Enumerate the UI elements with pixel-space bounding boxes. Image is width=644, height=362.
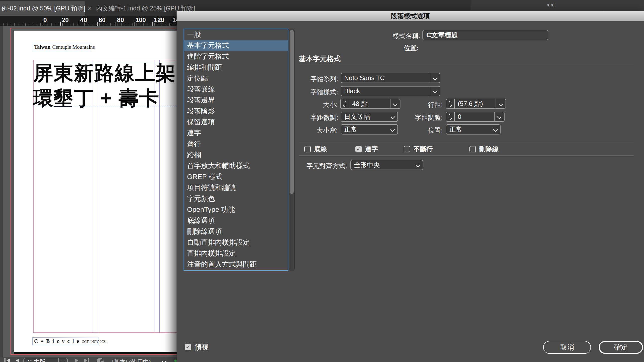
- headline-text[interactable]: 屏東新路線上架 環墾丁 + 壽卡: [33, 60, 178, 111]
- section-title: 基本字元格式: [299, 54, 341, 64]
- sidebar-item[interactable]: 段落陰影: [184, 106, 288, 117]
- kerning-dropdown[interactable]: 日文等幅: [341, 112, 398, 122]
- strikethrough-checkbox[interactable]: ✓ 刪除線: [470, 145, 498, 153]
- strikethrough-label: 刪除線: [479, 145, 498, 153]
- leading-value: (57.6 點): [455, 99, 496, 108]
- headline-frame-bottom-edge: [33, 107, 176, 107]
- case-dropdown[interactable]: 正常: [341, 124, 398, 135]
- page-edge-shadow: [164, 30, 176, 352]
- footer-text-frame[interactable]: C ∘ B i c y c l e OCT / NOV 2021: [32, 337, 98, 345]
- sidebar-item[interactable]: 項目符號和編號: [184, 182, 288, 193]
- section-divider: [299, 65, 634, 65]
- ruler-major-tick: [134, 22, 134, 26]
- chevron-down-icon: [490, 125, 500, 134]
- margin-guide-bottom: [33, 332, 176, 333]
- ligatures-label: 連字: [365, 145, 378, 153]
- sidebar-item[interactable]: 字元顏色: [184, 193, 288, 204]
- ok-button[interactable]: 確定: [599, 341, 643, 354]
- no-break-label: 不斷行: [414, 145, 433, 153]
- chevron-down-icon: [413, 160, 422, 170]
- sidebar-item[interactable]: 一般: [184, 29, 288, 40]
- stepper-icon[interactable]: [446, 99, 455, 108]
- no-break-checkbox[interactable]: ✓ 不斷行: [404, 145, 433, 153]
- sidebar-item[interactable]: 保留選項: [184, 117, 288, 128]
- margin-guide-top: [33, 60, 176, 60]
- ruler-tick-label: 20: [62, 16, 69, 24]
- sidebar-item[interactable]: 注音的置入方式與間距: [184, 259, 288, 270]
- style-options-list: 一般基本字元格式進階字元格式縮排和間距定位點段落嵌線段落邊界段落陰影保留選項連字…: [184, 29, 288, 271]
- sidebar-item[interactable]: 自動直排內橫排設定: [184, 237, 288, 248]
- position-dropdown[interactable]: 正常: [446, 124, 500, 135]
- sidebar-item[interactable]: 底線選項: [184, 215, 288, 226]
- sidebar-item[interactable]: 齊行: [184, 139, 288, 150]
- last-page-button[interactable]: [84, 358, 91, 362]
- sidebar-item[interactable]: 基本字元格式: [184, 40, 288, 51]
- font-family-dropdown[interactable]: Noto Sans TC: [341, 73, 440, 83]
- ruler-tick-label: 0: [43, 16, 47, 24]
- sidebar-item[interactable]: 跨欄: [184, 150, 288, 160]
- sidebar-item[interactable]: 首字放大和輔助樣式: [184, 160, 288, 171]
- case-value: 正常: [341, 125, 388, 134]
- leading-label: 行距:: [398, 100, 443, 109]
- sidebar-item[interactable]: 連字: [184, 128, 288, 139]
- sidebar-item[interactable]: 定位點: [184, 73, 288, 84]
- stepper-icon[interactable]: [341, 99, 349, 108]
- ligatures-checkbox[interactable]: ✓ 連字: [355, 145, 378, 153]
- chevron-down-icon[interactable]: [162, 359, 166, 362]
- next-page-button[interactable]: [74, 358, 80, 362]
- ruler-major-tick: [97, 22, 98, 26]
- cancel-button-label: 取消: [560, 343, 574, 352]
- sidebar-item[interactable]: 段落嵌線: [184, 84, 288, 95]
- char-align-value: 全形中央: [351, 161, 413, 169]
- first-page-button[interactable]: [4, 358, 11, 362]
- previous-page-button[interactable]: [15, 358, 22, 362]
- underline-checkbox[interactable]: ✓ 底線: [304, 145, 327, 153]
- sidebar-item[interactable]: GREP 樣式: [184, 171, 288, 182]
- char-align-dropdown[interactable]: 全形中央: [350, 160, 423, 170]
- kicker-text-frame[interactable]: Taiwan Centuple Mountains: [32, 43, 90, 51]
- sidebar-item[interactable]: 進階字元格式: [184, 51, 288, 62]
- tab-document-active[interactable]: 例-02.indd @ 50% [GPU 預覽]: [0, 1, 85, 16]
- cancel-button[interactable]: 取消: [543, 341, 591, 354]
- indesign-app: 例-02.indd @ 50% [GPU 預覽] × 內文編輯-1.indd @…: [0, 0, 644, 362]
- style-name-input[interactable]: [422, 30, 548, 40]
- collapse-panels-icon[interactable]: <<: [547, 1, 555, 8]
- sidebar-item[interactable]: 刪除線選項: [184, 226, 288, 237]
- ruler-major-tick: [116, 22, 116, 26]
- underline-label: 底線: [314, 145, 327, 153]
- leading-combobox[interactable]: (57.6 點): [446, 99, 506, 109]
- headline-line-1: 屏東新路線上架: [33, 60, 178, 86]
- kerning-label: 字距微調:: [286, 113, 338, 122]
- footer-issue-text: OCT / NOV 2021: [82, 340, 106, 344]
- kicker-text: Centuple Mountains: [52, 44, 95, 50]
- sidebar-item[interactable]: OpenType 功能: [184, 204, 288, 215]
- dialog-title-bar[interactable]: 段落樣式選項: [176, 11, 644, 21]
- stepper-icon[interactable]: [446, 112, 455, 121]
- position-value: 正常: [446, 125, 490, 134]
- page-select-dropdown[interactable]: C-主版: [24, 358, 68, 362]
- ok-button-label: 確定: [614, 343, 628, 352]
- bleed-guide-vertical: [10, 28, 11, 355]
- sidebar-item[interactable]: 段落邊界: [184, 95, 288, 106]
- tracking-combobox[interactable]: 0: [446, 112, 504, 122]
- sidebar-item[interactable]: 縮排和間距: [184, 62, 288, 73]
- size-label: 大小:: [286, 100, 338, 109]
- preflight-status-text: [基本] (使用中): [112, 358, 151, 362]
- ruler-tick-label: 60: [98, 16, 106, 24]
- divider: [299, 142, 634, 142]
- style-name-label: 樣式名稱:: [368, 31, 420, 40]
- size-combobox[interactable]: 48 點: [340, 99, 400, 109]
- bleed-guide-bottom: [10, 354, 176, 355]
- sidebar-item[interactable]: 直排內橫排設定: [184, 248, 288, 259]
- checkbox-box: ✓: [304, 146, 311, 152]
- ruler-major-tick: [42, 22, 42, 26]
- preview-checkbox[interactable]: ✓ 預視: [185, 342, 208, 352]
- font-style-dropdown[interactable]: Black: [341, 86, 440, 96]
- ruler-tick-label: 40: [80, 16, 87, 24]
- chevron-down-icon: [430, 87, 440, 96]
- checkbox-box: ✓: [355, 146, 362, 152]
- tab-close-icon[interactable]: ×: [88, 4, 92, 12]
- char-align-label: 字元對齊方式:: [286, 162, 347, 170]
- checkbox-box: ✓: [185, 344, 191, 350]
- font-family-value: Noto Sans TC: [341, 74, 430, 82]
